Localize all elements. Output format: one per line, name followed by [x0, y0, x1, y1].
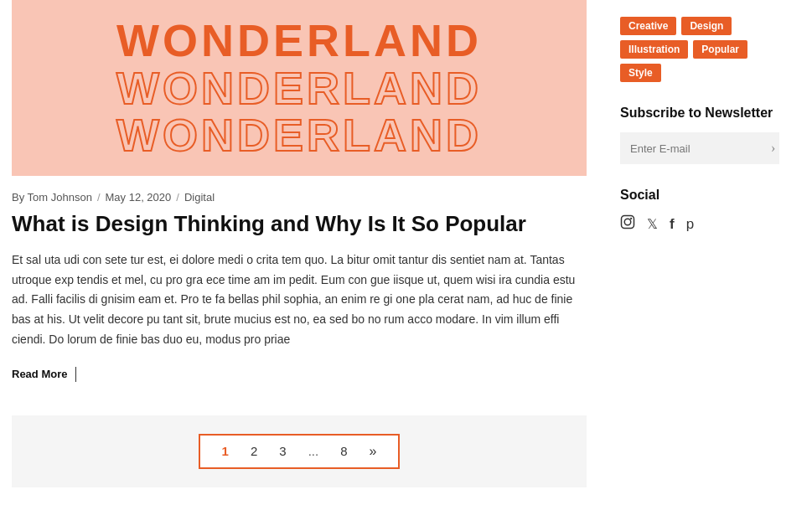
newsletter-input-wrap: ›: [620, 132, 779, 164]
tag-creative[interactable]: Creative: [620, 17, 676, 35]
main-content: WONDERLAND WONDERLAND WONDERLAND By Tom …: [0, 0, 603, 521]
instagram-icon[interactable]: [620, 214, 635, 234]
social-title: Social: [620, 188, 779, 203]
page-dots: ...: [305, 442, 323, 460]
newsletter-submit-arrow[interactable]: ›: [771, 141, 775, 156]
sidebar: Creative Design Illustration Popular Sty…: [603, 0, 796, 521]
page-3[interactable]: 3: [276, 442, 289, 460]
hero-text-line-2: WONDERLAND: [116, 64, 482, 112]
tag-style[interactable]: Style: [620, 64, 661, 82]
svg-point-1: [624, 219, 631, 225]
svg-point-2: [630, 218, 632, 219]
pagination-bar: 1 2 3 ... 8 »: [12, 415, 587, 487]
page-8[interactable]: 8: [337, 442, 350, 460]
sidebar-tags: Creative Design Illustration Popular Sty…: [620, 17, 779, 82]
article-title: What is Design Thinking and Why Is It So…: [12, 210, 587, 239]
page-2[interactable]: 2: [247, 442, 261, 460]
pagination: 1 2 3 ... 8 »: [199, 434, 401, 469]
read-more-link[interactable]: Read More: [12, 368, 67, 380]
read-more-container: Read More: [12, 367, 587, 382]
pinterest-icon[interactable]: p: [686, 216, 694, 233]
twitter-icon[interactable]: 𝕏: [647, 216, 658, 232]
svg-rect-0: [622, 216, 634, 229]
article-date: May 12, 2020: [106, 191, 172, 204]
tag-design[interactable]: Design: [681, 17, 732, 35]
tag-popular[interactable]: Popular: [693, 40, 747, 59]
article-category: Digital: [184, 191, 215, 204]
newsletter-title: Subscribe to Newsletter: [620, 106, 779, 121]
read-more-divider: [75, 367, 76, 382]
sep-1: /: [97, 191, 101, 204]
hero-text-line-1: WONDERLAND: [116, 17, 482, 64]
newsletter-email-input[interactable]: [630, 142, 771, 155]
facebook-icon[interactable]: f: [670, 216, 675, 233]
social-icons: 𝕏 f p: [620, 214, 779, 234]
article-meta: By Tom Johnson / May 12, 2020 / Digital: [12, 191, 587, 204]
page-1[interactable]: 1: [219, 442, 232, 460]
sep-2: /: [176, 191, 179, 204]
article-body: Et sal uta udi con sete tur est, ei dolo…: [12, 250, 587, 350]
hero-text-line-3: WONDERLAND: [116, 111, 482, 159]
article-author: By Tom Johnson: [12, 191, 92, 204]
page-next[interactable]: »: [365, 442, 380, 461]
tag-illustration[interactable]: Illustration: [620, 40, 688, 59]
hero-image: WONDERLAND WONDERLAND WONDERLAND: [12, 0, 587, 176]
